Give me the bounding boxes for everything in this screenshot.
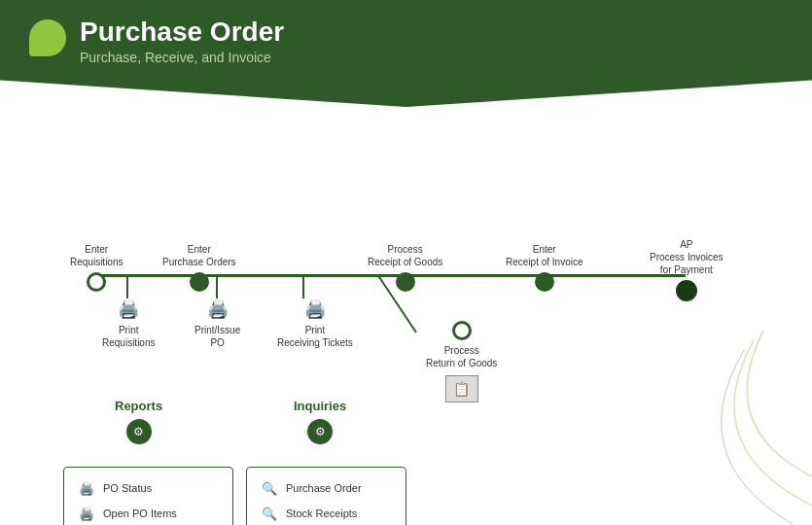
- node-enter-purchase-orders[interactable]: EnterPurchase Orders: [162, 243, 236, 292]
- reports-title: Reports: [115, 399, 162, 413]
- label-print-req: PrintRequisitions: [102, 324, 155, 349]
- open-po-icon: 🖨️: [78, 506, 95, 521]
- bg-decoration: [520, 282, 812, 525]
- printer-icon-req: 🖨️: [118, 298, 139, 320]
- printer-icon-po: 🖨️: [207, 298, 229, 320]
- node-label-return-goods: ProcessReturn of Goods: [426, 344, 497, 369]
- node-circle-enter-po: [190, 272, 209, 292]
- label-print-issue-po: Print/IssuePO: [194, 324, 240, 349]
- node-label-enter-req: EnterRequisitions: [70, 243, 123, 268]
- header-text: Purchase Order Purchase, Receive, and In…: [80, 18, 284, 65]
- inquiries-section: Inquiries ⚙: [294, 399, 346, 444]
- reports-label-open-po: Open PO Items: [103, 508, 177, 519]
- reports-circle-icon[interactable]: ⚙: [126, 419, 152, 444]
- inquiries-label-stock-receipts: Stock Receipts: [286, 508, 357, 519]
- reports-item-po-status[interactable]: 🖨️ PO Status: [74, 475, 223, 501]
- label-print-receiving: PrintReceiving Tickets: [277, 324, 353, 349]
- inquiries-label-purchase-order: Purchase Order: [286, 482, 362, 494]
- connector-print-issue-po: [216, 277, 218, 298]
- inq-purchase-order-icon: 🔍: [261, 480, 278, 496]
- return-goods-icon: 📋: [445, 375, 478, 402]
- node-circle-ap-process: [676, 280, 697, 301]
- connector-print-receiving: [302, 277, 304, 298]
- sub-item-print-issue-po[interactable]: 🖨️ Print/IssuePO: [194, 298, 240, 349]
- reports-label-po-status: PO Status: [103, 482, 152, 494]
- logo-icon: [29, 19, 66, 56]
- node-return-goods[interactable]: ProcessReturn of Goods 📋: [426, 321, 497, 402]
- inq-stock-receipts-icon: 🔍: [261, 506, 278, 521]
- node-circle-return-goods: [452, 321, 472, 340]
- inquiries-item-purchase-order[interactable]: 🔍 Purchase Order: [257, 475, 396, 501]
- page-header: Purchase Order Purchase, Receive, and In…: [0, 0, 812, 107]
- svg-line-0: [377, 274, 416, 332]
- inquiries-item-stock-receipts[interactable]: 🔍 Stock Receipts: [257, 501, 396, 525]
- node-label-ap-process: APProcess Invoicesfor Payment: [650, 238, 724, 276]
- sub-item-print-req[interactable]: 🖨️ PrintRequisitions: [102, 298, 155, 349]
- sub-item-print-receiving[interactable]: 🖨️ PrintReceiving Tickets: [277, 298, 353, 349]
- page-title: Purchase Order: [80, 18, 284, 48]
- inquiries-dropdown: 🔍 Purchase Order 🔍 Stock Receipts 🔍 Requ…: [246, 467, 406, 525]
- node-label-enter-invoice: EnterReceipt of Invoice: [506, 243, 583, 268]
- inquiries-circle-icon[interactable]: ⚙: [307, 419, 333, 444]
- po-status-icon: 🖨️: [78, 480, 95, 496]
- node-circle-enter-req: [87, 272, 106, 292]
- node-label-enter-po: EnterPurchase Orders: [162, 243, 236, 268]
- node-enter-requisitions[interactable]: EnterRequisitions: [70, 243, 123, 292]
- node-circle-enter-invoice: [535, 272, 554, 292]
- page-subtitle: Purchase, Receive, and Invoice: [80, 50, 284, 65]
- printer-icon-receiving: 🖨️: [304, 298, 326, 320]
- main-content: EnterRequisitions EnterPurchase Orders P…: [0, 107, 812, 525]
- node-ap-process[interactable]: APProcess Invoicesfor Payment: [650, 238, 724, 301]
- connector-print-req: [126, 277, 128, 298]
- reports-section: Reports ⚙: [115, 399, 162, 444]
- inquiries-title: Inquiries: [294, 399, 346, 413]
- reports-item-open-po[interactable]: 🖨️ Open PO Items: [74, 501, 223, 525]
- node-enter-invoice[interactable]: EnterReceipt of Invoice: [506, 243, 583, 292]
- reports-dropdown: 🖨️ PO Status 🖨️ Open PO Items 🖨️ Purchas…: [63, 467, 233, 525]
